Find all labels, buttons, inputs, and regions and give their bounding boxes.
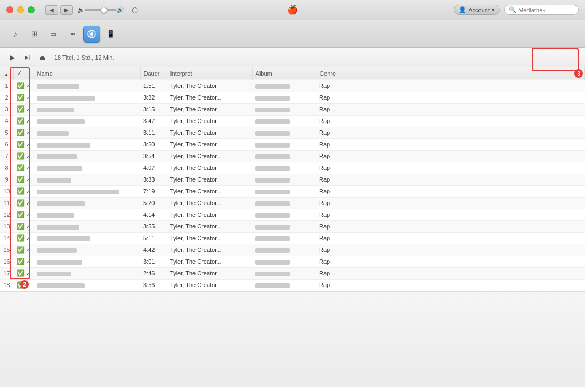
- skip-to-end-button[interactable]: ▶|: [21, 52, 33, 63]
- track-number: 5: [0, 127, 13, 138]
- play-button[interactable]: ▶: [6, 52, 18, 63]
- header-check[interactable]: ✓: [13, 67, 34, 80]
- phone-icon[interactable]: 📱: [102, 26, 119, 43]
- track-album: [252, 127, 316, 138]
- check-circle-icon: ✅: [17, 223, 25, 230]
- table-row[interactable]: 7 ✅ ✓ 3:54 Tyler, The Creator... Rap: [0, 150, 585, 162]
- table-row[interactable]: 1 ✅ ✓ 1:51 Tyler, The Creator Rap: [0, 80, 585, 92]
- account-arrow-icon: ▾: [492, 6, 495, 13]
- track-album: [252, 244, 316, 256]
- note-icon[interactable]: ♪: [6, 26, 23, 43]
- track-check[interactable]: ✅ ✓: [13, 92, 34, 103]
- track-check[interactable]: ✅ ✓: [13, 220, 34, 232]
- track-duration: 3:33: [140, 174, 167, 185]
- track-artist: Tyler, The Creator...: [167, 220, 252, 232]
- radio-icon[interactable]: [83, 26, 100, 43]
- track-duration: 4:42: [140, 244, 167, 256]
- table-row[interactable]: 12 ✅ ✓ 4:14 Tyler, The Creator Rap: [0, 209, 585, 220]
- table-row[interactable]: 17 ✅ ✓ 2:46 Tyler, The Creator Rap: [0, 267, 585, 279]
- track-artist: Tyler, The Creator: [167, 174, 252, 185]
- table-row[interactable]: 5 ✅ ✓ 3:11 Tyler, The Creator Rap: [0, 127, 585, 138]
- airplay-icon[interactable]: ⬡: [132, 6, 138, 14]
- track-check[interactable]: ✅ ✓: [13, 127, 34, 138]
- track-check[interactable]: ✅ ✓: [13, 162, 34, 174]
- check-mark: ✓: [26, 118, 30, 124]
- track-album: [252, 174, 316, 185]
- header-artist[interactable]: Interpret: [167, 67, 252, 80]
- track-check[interactable]: ✅ ✓: [13, 103, 34, 115]
- table-row[interactable]: 15 ✅ ✓ 4:42 Tyler, The Creator... Rap: [0, 244, 585, 256]
- track-check[interactable]: ✅ ✓: [13, 150, 34, 162]
- volume-slider[interactable]: 🔈 🔊: [77, 6, 124, 13]
- header-genre[interactable]: Genre: [316, 67, 359, 80]
- track-duration: 3:54: [140, 150, 167, 162]
- nav-controls: ◀ ▶: [45, 5, 73, 15]
- track-name: [34, 115, 140, 127]
- table-row[interactable]: 10 ✅ ✓ 7:19 Tyler, The Creator... Rap: [0, 185, 585, 197]
- grid-icon[interactable]: ⊞: [26, 26, 43, 43]
- track-check[interactable]: ✅ ✓: [13, 232, 34, 244]
- table-row[interactable]: 2 ✅ ✓ 3:32 Tyler, The Creator... Rap: [0, 92, 585, 103]
- track-genre: Rap: [316, 103, 359, 115]
- search-box[interactable]: 🔍: [504, 5, 579, 15]
- header-sort[interactable]: ▲: [0, 67, 13, 80]
- track-check[interactable]: ✅ ✓: [13, 174, 34, 185]
- titlebar-right: 👤 Account ▾ 🔍: [454, 5, 579, 15]
- forward-button[interactable]: ▶: [60, 5, 73, 15]
- track-extra: [359, 150, 584, 162]
- check-mark: ✓: [26, 107, 30, 112]
- track-check[interactable]: ✅ ✓: [13, 115, 34, 127]
- track-extra: [359, 232, 584, 244]
- track-genre: Rap: [316, 92, 359, 103]
- table-row[interactable]: 3 ✅ ✓ 3:15 Tyler, The Creator Rap: [0, 103, 585, 115]
- track-artist: Tyler, The Creator: [167, 162, 252, 174]
- table-row[interactable]: 18 ✅ ✓ 3:56 Tyler, The Creator Rap: [0, 279, 585, 291]
- header-album[interactable]: Album: [252, 67, 316, 80]
- header-name[interactable]: Name: [34, 67, 140, 80]
- track-check[interactable]: ✅ ✓: [13, 267, 34, 279]
- track-genre: Rap: [316, 80, 359, 92]
- track-genre: Rap: [316, 209, 359, 220]
- check-circle-icon: ✅: [17, 281, 25, 289]
- track-number: 8: [0, 162, 13, 174]
- table-row[interactable]: 4 ✅ ✓ 3:47 Tyler, The Creator Rap: [0, 115, 585, 127]
- table-row[interactable]: 6 ✅ ✓ 3:50 Tyler, The Creator Rap: [0, 138, 585, 150]
- track-check[interactable]: ✅ ✓: [13, 279, 34, 291]
- track-album: [252, 185, 316, 197]
- track-check[interactable]: ✅ ✓: [13, 185, 34, 197]
- track-artist: Tyler, The Creator...: [167, 256, 252, 267]
- table-row[interactable]: 14 ✅ ✓ 5:11 Tyler, The Creator... Rap: [0, 232, 585, 244]
- minimize-button[interactable]: [17, 6, 24, 13]
- track-check[interactable]: ✅ ✓: [13, 256, 34, 267]
- dots-icon[interactable]: •••: [64, 26, 81, 43]
- track-genre: Rap: [316, 232, 359, 244]
- maximize-button[interactable]: [28, 6, 35, 13]
- table-row[interactable]: 11 ✅ ✓ 5:20 Tyler, The Creator... Rap: [0, 197, 585, 209]
- table-row[interactable]: 16 ✅ ✓ 3:01 Tyler, The Creator... Rap: [0, 256, 585, 267]
- header-duration[interactable]: Dauer: [140, 67, 167, 80]
- track-name: [34, 92, 140, 103]
- track-check[interactable]: ✅ ✓: [13, 80, 34, 92]
- track-number: 6: [0, 138, 13, 150]
- traffic-lights: [6, 6, 35, 13]
- search-input[interactable]: [518, 7, 574, 13]
- track-genre: Rap: [316, 174, 359, 185]
- table-row[interactable]: 13 ✅ ✓ 3:55 Tyler, The Creator... Rap: [0, 220, 585, 232]
- eject-button[interactable]: ⏏: [36, 52, 48, 63]
- check-mark: ✓: [26, 247, 30, 253]
- monitor-icon[interactable]: ▭: [45, 26, 62, 43]
- track-number: 2: [0, 92, 13, 103]
- track-number: 14: [0, 232, 13, 244]
- check-circle-icon: ✅: [17, 141, 25, 148]
- table-row[interactable]: 8 ✅ ✓ 4:07 Tyler, The Creator Rap: [0, 162, 585, 174]
- table-row[interactable]: 9 ✅ ✓ 3:33 Tyler, The Creator Rap: [0, 174, 585, 185]
- track-check[interactable]: ✅ ✓: [13, 138, 34, 150]
- close-button[interactable]: [6, 6, 13, 13]
- track-artist: Tyler, The Creator: [167, 115, 252, 127]
- track-check[interactable]: ✅ ✓: [13, 209, 34, 220]
- track-check[interactable]: ✅ ✓: [13, 197, 34, 209]
- account-button[interactable]: 👤 Account ▾: [454, 5, 500, 15]
- track-check[interactable]: ✅ ✓: [13, 244, 34, 256]
- track-album: [252, 279, 316, 291]
- back-button[interactable]: ◀: [45, 5, 58, 15]
